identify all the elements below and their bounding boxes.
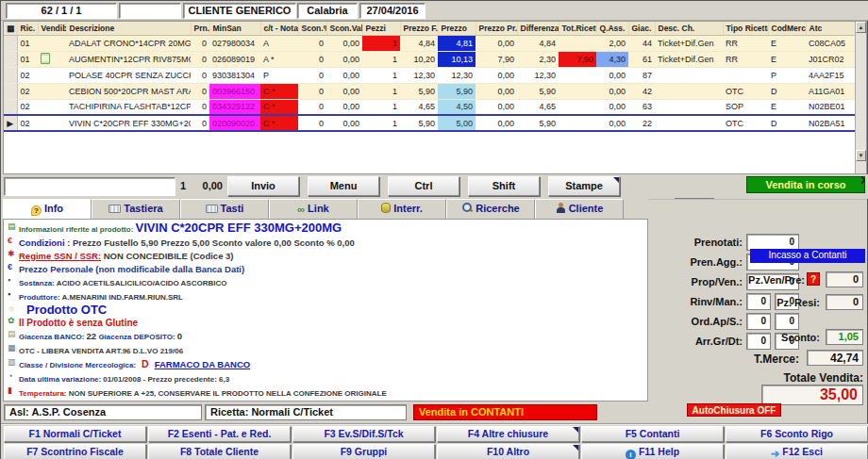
scroll-down-icon[interactable]: ▼ (856, 150, 866, 161)
column-header[interactable]: Vendibilità (38, 22, 66, 35)
table-cell: 4,50 (438, 99, 476, 115)
table-cell (559, 99, 596, 115)
help-question-button[interactable]: ? (807, 272, 820, 286)
info-text: Sostanza: (19, 279, 57, 287)
scroll-up-icon[interactable]: ▲ (856, 22, 866, 33)
column-header[interactable]: Prn. (191, 22, 209, 35)
vertical-scrollbar[interactable]: ▲ ▼ (855, 22, 866, 173)
tab-ricerche[interactable]: Ricerche (446, 199, 535, 219)
stock-icon (8, 329, 19, 339)
scan-input[interactable] (4, 177, 175, 196)
table-cell: 0 (191, 115, 209, 131)
shift-button[interactable]: Shift (468, 176, 540, 196)
person-icon (556, 203, 566, 213)
table-cell: AUGMENTIN*12CPR RIV875MG+125MG (66, 51, 191, 67)
column-header[interactable]: Ric. (17, 22, 38, 35)
tab-tastiera[interactable]: Tastiera (92, 199, 180, 219)
column-header[interactable]: c/t - Nota (260, 22, 298, 35)
column-header[interactable]: Pezzi (362, 22, 400, 35)
table-row[interactable]: 01AUGMENTIN*12CPR RIV875MG+125MG00260890… (4, 51, 857, 67)
info-line: Informazioni riferite al prodotto: VIVIN… (8, 221, 643, 235)
info-text: Prezzo Personale (non modificabile dalla… (19, 264, 244, 274)
tab-info[interactable]: Info (3, 199, 92, 219)
invio-button[interactable]: Invio (227, 176, 299, 196)
f3-button[interactable]: F3 Ev.S/Dif.S/Tck (292, 426, 435, 442)
f5-button[interactable]: F5 Contanti (581, 426, 724, 442)
table-cell: 02 (17, 67, 38, 83)
region-field[interactable]: Calabria (297, 3, 358, 19)
table-cell: 2,30 (517, 51, 559, 67)
f6-button[interactable]: F6 Sconto Rigo (726, 426, 868, 442)
link-icon (297, 201, 305, 219)
table-cell: 01 (17, 35, 38, 51)
fkey-row-2: F7 Scontrino FiscaleF8 Totale ClienteF9 … (1, 444, 868, 459)
fkey-label: F9 Gruppi (341, 446, 388, 457)
table-cell: 0 (298, 51, 326, 67)
asl-field[interactable]: Asl: A.S.P. Cosenza (4, 404, 202, 420)
client-field[interactable]: CLIENTE GENERICO (183, 3, 296, 19)
info-text: 22 (87, 331, 97, 341)
table-cell (38, 67, 66, 83)
spare-field[interactable] (119, 3, 181, 19)
exit-icon (771, 447, 779, 459)
table-cell: C * (260, 99, 298, 115)
fkey-label: F12 Esci (782, 446, 823, 457)
f11-button[interactable]: F11 Help (581, 444, 724, 459)
table-cell: 034329122 (209, 99, 260, 115)
info-panel: Informazioni riferite al prodotto: VIVIN… (3, 219, 648, 402)
table-row[interactable]: 02TACHIPIRINA FLASHTAB*12CPR 25000343291… (4, 99, 857, 115)
column-header[interactable]: Tipo Ricetta (723, 22, 768, 35)
tab-cliente[interactable]: Cliente (535, 199, 624, 219)
table-cell: 0 (298, 35, 326, 51)
keyboard-icon (108, 205, 121, 213)
column-header[interactable]: Atc (806, 22, 857, 35)
info-text: Giacenza BANCO: (19, 333, 87, 341)
column-header[interactable]: Prezzo Pr. (476, 22, 517, 35)
f1-button[interactable]: F1 Normali C/Ticket (4, 426, 146, 442)
column-header[interactable]: Scon.Val. (326, 22, 362, 35)
table-cell: 87 (628, 67, 655, 83)
f8-button[interactable]: F8 Totale Cliente (148, 444, 291, 459)
ctrl-button[interactable]: Ctrl (388, 176, 459, 196)
f4-button[interactable]: F4 Altre chiusure (437, 426, 579, 442)
table-cell: 5,90 (400, 83, 438, 99)
info-text: Il Prodotto è senza Glutine (19, 318, 138, 328)
table-cell (38, 51, 66, 67)
counter-label: Pren.Agg.: (658, 256, 743, 268)
column-header[interactable]: Giac. (628, 22, 655, 35)
chevron-right-icon[interactable]: ❯ (860, 175, 866, 184)
column-header[interactable]: Prezzo F. (400, 22, 438, 35)
info-icon (8, 221, 19, 232)
table-cell: OTC (723, 83, 768, 99)
menu-button[interactable]: Menu (308, 176, 379, 196)
date-field[interactable]: 27/04/2016 (359, 3, 426, 19)
column-header[interactable]: Prezzo (438, 22, 476, 35)
tab-interr[interactable]: Interr. (358, 199, 446, 219)
stampe-button[interactable]: Stampe (548, 176, 620, 196)
column-header[interactable]: Q.Ass. (596, 22, 628, 35)
ricetta-field[interactable]: Ricetta: Normali C/Ticket (205, 404, 407, 420)
f9-button[interactable]: F9 Gruppi (292, 444, 435, 459)
table-row[interactable]: 02CEBION 500*20CPR MAST ARANCIA000396615… (4, 83, 857, 99)
column-header[interactable]: Differenza (517, 22, 559, 35)
f7-button[interactable]: F7 Scontrino Fiscale (4, 444, 146, 459)
column-header[interactable]: Tot.Ricetta (559, 22, 596, 35)
counter-field[interactable]: 0 (775, 313, 799, 330)
tab-link[interactable]: Link (269, 199, 358, 219)
info-line: Prodotto OTC (8, 303, 643, 315)
f10-button[interactable]: F10 Altro (437, 444, 579, 459)
counter-field[interactable]: 0 (746, 313, 771, 330)
column-header[interactable]: MinSan (209, 22, 260, 35)
column-header[interactable]: Descrizione (66, 22, 191, 35)
table-row[interactable]: 02POLASE 40CPR SENZA ZUCCHERO0930381304P… (4, 67, 857, 83)
column-header[interactable]: Desc. Ch. (655, 22, 723, 35)
table-cell: 0,00 (326, 115, 362, 131)
table-row[interactable]: ▶02VIVIN C*20CPR EFF 330MG+200MG00200900… (4, 115, 857, 131)
tab-tasti[interactable]: Tasti (180, 199, 269, 219)
column-header[interactable]: Scon.% (298, 22, 326, 35)
f2-button[interactable]: F2 Esenti - Pat. e Red. (148, 426, 291, 442)
f12-button[interactable]: F12 Esci (726, 444, 868, 459)
table-cell: 0 (191, 99, 209, 115)
column-header[interactable]: CodMerc (768, 22, 806, 35)
table-row[interactable]: 01ADALAT CRONO*14CPR 20MG RM0027980034A0… (4, 35, 857, 51)
